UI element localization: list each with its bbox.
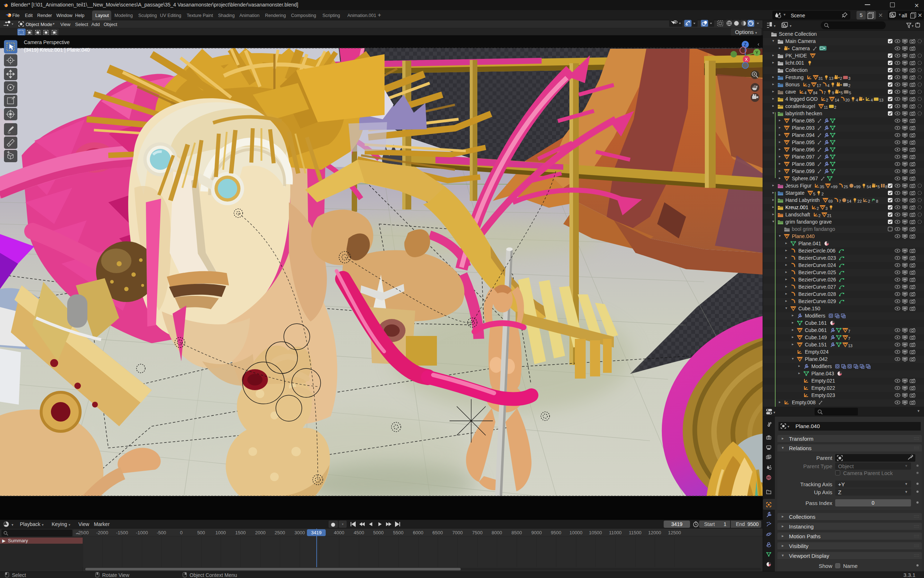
svg-text:Z: Z — [744, 42, 746, 47]
svg-text:▾: ▾ — [912, 24, 914, 28]
svg-text:▾: ▾ — [790, 24, 791, 28]
svg-text:▾: ▾ — [774, 24, 775, 28]
svg-text:▾: ▾ — [774, 411, 775, 414]
svg-text:Y: Y — [756, 50, 758, 55]
svg-text:▾: ▾ — [11, 523, 13, 527]
svg-text:X: X — [745, 57, 748, 62]
svg-text:▾: ▾ — [788, 424, 789, 429]
